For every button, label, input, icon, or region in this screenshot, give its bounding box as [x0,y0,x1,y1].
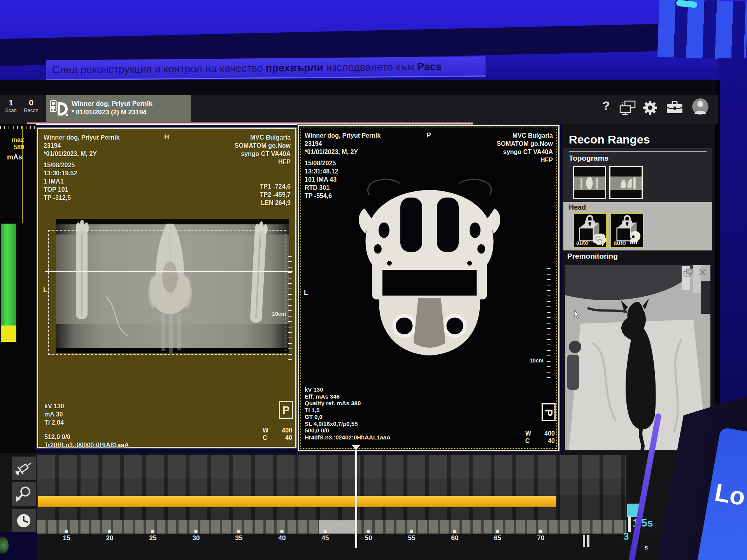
patient-id: 23194 [44,142,119,150]
patient-name: Winner dog, Priyut Pernik [305,131,381,140]
slice-collimation: SL 4,0/16x0,7/p0,55 [305,420,391,427]
series-label: RTD 301 [305,184,381,192]
window-label: W [263,427,268,434]
patient-icon [50,100,69,118]
window-label: W [525,430,531,437]
pause-marker[interactable] [583,535,585,547]
zoom-region-tool[interactable] [12,482,36,506]
timeline-tick: 30 [193,530,200,542]
gauge-tick-ruler [0,126,36,129]
table-position: TP -554,6 [305,192,381,200]
syringe-icon [14,459,33,478]
patient-id: 23194 [305,140,381,148]
patient-demographics: *01/01/2023, M, 2Y [44,150,119,158]
clock-icon [14,511,33,530]
series-label: TOP 101 [44,186,119,194]
magnifier-icon [14,485,33,504]
timeline-tick: 40 [279,530,286,542]
tools-briefcase-icon[interactable] [666,100,683,115]
gauge-max-label: max 589 [0,136,24,151]
axial-overlay-bottomleft: kV 130 Eff. mAs 346 Quality ref. mAs 380… [305,386,391,441]
image-number: 1 IMA1 [44,177,119,186]
center-label: C [525,437,530,444]
head-range-section: Head auto [563,202,712,250]
settings-gear-icon[interactable] [643,100,658,115]
scan-count-label: Scan [2,107,19,114]
tab-underline-white [27,124,473,125]
banner-text-2: изследването към [323,61,417,74]
site-name: MVC Bulgaria [235,133,291,142]
axial-viewport[interactable]: Winner dog, Priyut Pernik 23194 *01/01/2… [298,125,559,451]
table-position: TP -312,5 [44,194,119,202]
timeline-tick: 60 [451,530,459,542]
scan-count: 1 [2,98,19,107]
remote-monitors-icon[interactable] [619,100,637,116]
premonitoring-label: Premonitoring [567,252,618,261]
scan-range-bar[interactable] [38,496,556,507]
recon-count: 0 [20,98,42,107]
image-number: 101 IMA 43 [305,175,381,184]
recon-id: Hr40fS.n3.:02402:0HhAAL1aaA [305,434,391,441]
timer-tool[interactable] [12,509,36,533]
banner-text: След реконструкция и контрол на качество [52,62,266,76]
timeline-position-slider[interactable] [355,450,357,548]
recon-counter[interactable]: 0 Recon [20,98,42,114]
auto-label: auto [614,239,626,246]
user-avatar-icon[interactable] [692,98,709,115]
topogram-thumbnail-2[interactable] [609,166,643,199]
pause-marker[interactable] [587,535,589,547]
patient-tab[interactable]: Winner dog, Priyut Pernik * 01/01/2023 (… [46,95,191,122]
help-icon[interactable]: ? [602,99,610,113]
recon-range-crop-box[interactable] [48,230,286,355]
software-version: syngo CT VA40A [235,150,291,158]
study-time: 13:31:48.12 [305,167,381,175]
topogram-thumb-image-1 [574,167,605,198]
recon-range-skull-tile[interactable]: auto [610,213,644,248]
timeline-tick: 15 [63,530,70,542]
scanner-model: SOMATOM go.Now [497,140,553,148]
timeline-tick: 55 [408,530,416,542]
flag-stem [628,516,631,532]
contrast-injection-tool[interactable] [12,457,36,480]
scan-timeline-grid[interactable] [37,455,626,520]
center-value: 40 [548,437,555,444]
popout-window-icon[interactable] [683,268,693,278]
timeline-tick: 45 [322,530,329,542]
topogram-viewport[interactable]: Winner dog, Priyut Pernik 23194 *01/01/2… [37,128,296,448]
topogram-thumbnail-1[interactable] [573,166,606,199]
ma-value: mA 30 [44,410,64,418]
ti-value: TI 1,5 [305,407,391,414]
projection-glyph-box: P [279,401,293,419]
dog-skull-axial [359,179,500,355]
timeline-tick: 70 [537,530,545,542]
recon-ranges-panel: Recon Ranges Topograms [562,124,715,454]
banner-bold-pacs: Pacs [417,61,442,73]
window-center-readout: W400 C40 [263,427,292,441]
scan-counter[interactable]: 1 Scan [2,98,19,114]
window-center-readout: W400 C40 [525,430,555,444]
slice-position-line[interactable] [45,271,293,272]
patient-position: HFP [235,158,291,166]
slider-handle[interactable] [352,445,360,450]
range-tp1: TP1 -724,6 [235,182,291,191]
gauge-max-value: 589 [0,144,24,151]
eff-mas-value: Eff. mAs 346 [305,393,391,400]
recon-range-brain-tile[interactable]: auto [573,213,607,248]
brain-glyph [593,234,606,246]
center-label: C [263,434,267,441]
mas-gauge-strip: max 589 mAs [0,124,36,454]
cm-scale-ruler [547,268,551,381]
recon-count-label: Recon [20,107,42,114]
gauge-yellow-bar [1,326,16,342]
software-version: syngo CT VA40A [497,148,553,156]
patient-tab-name: Winner dog, Priyut Pernik [72,100,153,108]
matrix-value: 512,0 0/0 [44,433,129,441]
axial-overlay-topright: MVC Bulgaria SOMATOM go.Now syngo CT VA4… [497,131,553,164]
instruction-banner: След реконструкция и контрол на качество… [46,56,486,80]
window-blinds [657,0,747,60]
timeline-tick: 50 [365,530,372,542]
study-date: 15/08/2025 [44,161,119,169]
close-icon[interactable] [698,268,707,278]
topograms-label: Topograms [569,154,608,163]
orientation-head: H [164,133,169,141]
